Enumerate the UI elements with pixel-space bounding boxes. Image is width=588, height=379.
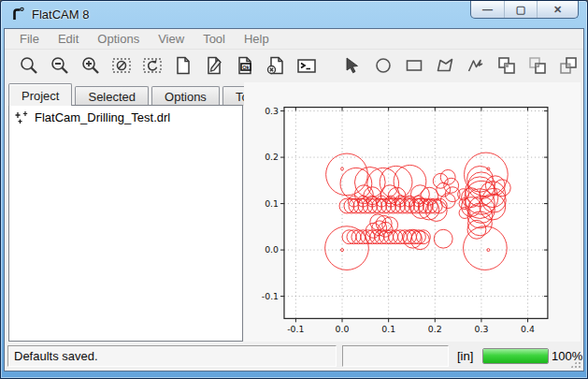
zoom-fit-icon <box>19 55 39 76</box>
polygon-tool-icon <box>435 55 455 76</box>
window-title: FlatCAM 8 <box>32 7 89 22</box>
path-tool-icon <box>466 55 486 76</box>
delete-object-icon <box>265 55 286 76</box>
x-tick-label: 0.4 <box>521 324 535 334</box>
rectangle-tool-button[interactable] <box>398 51 429 80</box>
tree-item[interactable]: FlatCam_Drilling_Test.drl <box>9 106 242 126</box>
delete-object-button[interactable] <box>261 51 292 80</box>
shell-button[interactable] <box>292 51 323 80</box>
clear-plot-icon <box>111 55 132 76</box>
tab-options[interactable]: Options <box>151 86 220 106</box>
y-tick-label: 0.0 <box>265 244 279 255</box>
zoom-in-button[interactable] <box>76 51 107 80</box>
y-tick-label: 0.3 <box>265 106 279 116</box>
toolbar: Ok <box>5 50 583 81</box>
tab-bar: ProjectSelectedOptionsTool <box>8 83 274 106</box>
y-tick-label: 0.2 <box>265 152 279 162</box>
tab-project[interactable]: Project <box>8 83 72 106</box>
toolbar-drag-handle[interactable] <box>9 53 10 78</box>
clear-plot-button[interactable] <box>107 51 137 80</box>
replot-button[interactable] <box>137 51 168 80</box>
circle-tool-icon <box>373 55 394 76</box>
drill-object-icon <box>15 110 29 124</box>
open-project-icon <box>204 55 224 76</box>
copy-tool-icon <box>558 55 579 76</box>
status-message: Defaults saved. <box>7 345 337 367</box>
menu-item-file[interactable]: File <box>10 30 49 48</box>
move-tool-icon <box>527 55 548 76</box>
union-tool-icon <box>496 55 517 76</box>
select-tool-icon <box>342 55 363 76</box>
zoom-in-icon <box>80 55 101 76</box>
save-ok-icon: Ok <box>235 55 255 76</box>
client-area: FileEditOptionsViewToolHelp Ok ProjectSe… <box>4 28 584 372</box>
menu-bar: FileEditOptionsViewToolHelp <box>5 29 583 50</box>
app-window: FlatCAM 8 — ▢ ✕ FileEditOptionsViewToolH… <box>0 0 588 379</box>
x-tick-label: 0.1 <box>381 324 395 334</box>
progress-bar <box>482 348 549 364</box>
close-button[interactable]: ✕ <box>537 1 578 18</box>
toolbar-geometry-group <box>337 51 583 80</box>
move-tool-button[interactable] <box>522 51 552 80</box>
tree-item-label: FlatCam_Drilling_Test.drl <box>35 110 170 124</box>
menu-item-options[interactable]: Options <box>88 30 149 48</box>
y-tick-label: 0.1 <box>265 198 279 209</box>
x-tick-label: 0.2 <box>428 324 442 334</box>
menu-item-help[interactable]: Help <box>235 30 279 48</box>
new-project-button[interactable] <box>168 51 199 80</box>
caption-buttons: — ▢ ✕ <box>470 1 579 19</box>
titlebar[interactable]: FlatCAM 8 — ▢ ✕ <box>1 1 587 28</box>
maximize-button[interactable]: ▢ <box>504 1 537 18</box>
rectangle-tool-icon <box>404 55 424 76</box>
new-project-icon <box>173 55 194 76</box>
axes-background <box>284 108 548 319</box>
zoom-out-button[interactable] <box>45 51 76 80</box>
zoom-out-icon <box>50 55 70 76</box>
y-tick-label: -0.1 <box>262 291 279 301</box>
status-aux-box <box>342 345 449 367</box>
plot-figure: -0.10.00.10.20.30.4-0.10.00.10.20.3 <box>244 82 581 342</box>
copy-tool-button[interactable] <box>552 51 583 80</box>
progress-fill <box>483 349 548 363</box>
open-project-button[interactable] <box>199 51 230 80</box>
flatcam-logo-icon <box>10 7 26 22</box>
toolbar-drag-handle-2[interactable] <box>332 53 333 78</box>
toolbar-zoom-file-group: Ok <box>14 51 323 80</box>
plot-canvas[interactable]: -0.10.00.10.20.30.4-0.10.00.10.20.3 <box>244 82 581 342</box>
project-tree[interactable]: FlatCam_Drilling_Test.drl <box>8 105 243 342</box>
zoom-fit-button[interactable] <box>14 51 45 80</box>
x-tick-label: -0.1 <box>287 324 304 334</box>
polygon-tool-button[interactable] <box>429 51 460 80</box>
save-ok-button[interactable]: Ok <box>230 51 261 80</box>
x-tick-label: 0.3 <box>474 324 488 334</box>
select-tool-button[interactable] <box>337 51 367 80</box>
x-tick-label: 0.0 <box>336 324 350 334</box>
status-bar: Defaults saved. [in] 100% <box>5 342 583 371</box>
circle-tool-button[interactable] <box>367 51 398 80</box>
replot-icon <box>142 55 163 76</box>
menu-item-view[interactable]: View <box>149 30 194 48</box>
shell-icon <box>296 55 317 76</box>
tab-selected[interactable]: Selected <box>75 86 149 106</box>
svg-text:Ok: Ok <box>243 65 251 70</box>
units-label: [in] <box>457 349 473 363</box>
menu-item-tool[interactable]: Tool <box>194 30 235 48</box>
path-tool-button[interactable] <box>460 51 491 80</box>
menu-item-edit[interactable]: Edit <box>49 30 88 48</box>
union-tool-button[interactable] <box>491 51 522 80</box>
minimize-button[interactable]: — <box>471 1 504 18</box>
